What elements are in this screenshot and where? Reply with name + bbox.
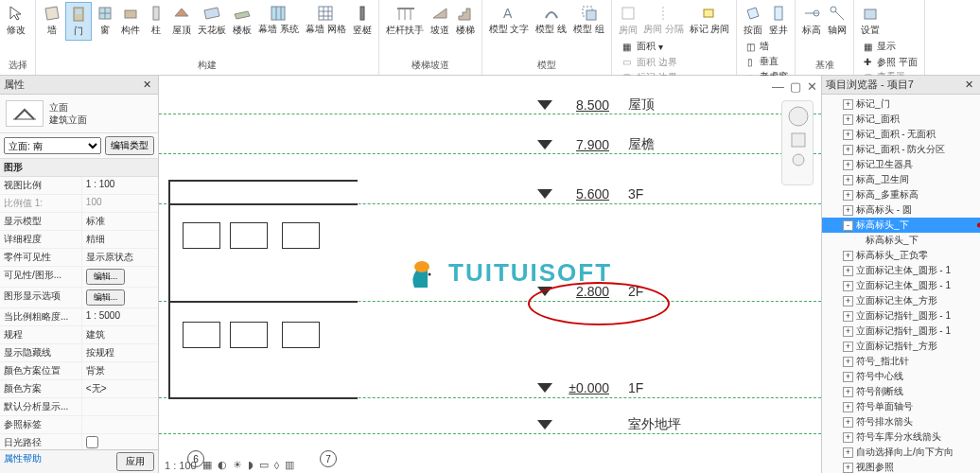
close-props-button[interactable]: ✕ <box>140 79 154 91</box>
tree-node[interactable]: +符号排水箭头 <box>822 414 980 429</box>
mullion-icon <box>353 4 372 23</box>
tree-node[interactable]: +标高_多重标高 <box>822 187 980 202</box>
crop-icon[interactable]: ▭ <box>259 459 269 471</box>
navigation-bar[interactable] <box>781 100 814 185</box>
tree-node[interactable]: -标高标头_下 <box>822 218 980 233</box>
browser-tree[interactable]: +标记_门+标记_面积+标记_面积 - 无面积+标记_面积 - 防火分区+标记卫… <box>822 95 980 473</box>
mullion-button[interactable]: 竖梃 <box>350 2 375 39</box>
text-icon: A <box>499 4 518 23</box>
edit-gdop-button[interactable]: 编辑... <box>86 289 126 306</box>
ramp-button[interactable]: 坡道 <box>428 2 452 39</box>
tree-node[interactable]: +立面标记指针_方形 <box>822 339 980 354</box>
tree-node[interactable]: +立面标记主体_圆形 - 1 <box>822 278 980 293</box>
tree-node[interactable]: +标记卫生器具 <box>822 157 980 172</box>
room-button: 房间 <box>616 2 640 39</box>
model-line-button[interactable]: 模型 线 <box>533 2 569 36</box>
restore-view-icon[interactable]: ▢ <box>790 79 801 94</box>
tree-node[interactable]: +符号单面轴号 <box>822 399 980 414</box>
curtain-sys-button[interactable]: 幕墙 系统 <box>255 2 302 36</box>
tree-node[interactable]: +标记_门 <box>822 96 980 112</box>
shaft-button[interactable]: 竖井 <box>766 2 791 39</box>
railing-button[interactable]: 栏杆扶手 <box>383 2 427 39</box>
scale-display[interactable]: 1 : 100 <box>165 460 197 471</box>
style-icon[interactable]: ◐ <box>218 459 227 471</box>
edit-visg-button[interactable]: 编辑... <box>86 269 126 285</box>
group-datum: 基准 <box>799 58 849 73</box>
sun-icon[interactable]: ☀ <box>233 459 242 471</box>
props-help[interactable]: 属性帮助 <box>4 452 42 471</box>
reveal-icon[interactable]: ▥ <box>285 459 294 471</box>
group-circ: 楼梯坡道 <box>383 58 478 73</box>
floor-icon <box>233 4 252 23</box>
ceiling-icon <box>202 4 221 23</box>
grid-bubble[interactable]: 7 <box>320 450 337 467</box>
tree-node[interactable]: +符号车库分水线箭头 <box>822 429 980 445</box>
set-wp-button[interactable]: 设置 <box>858 2 883 39</box>
ramp-icon <box>430 4 449 23</box>
modify-button[interactable]: 修改 <box>4 2 28 39</box>
level-marker[interactable]: 室外地坪 <box>537 416 681 433</box>
tree-node[interactable]: 标高标头_下 <box>822 233 980 248</box>
tree-node[interactable]: +立面标记主体_方形 <box>822 293 980 308</box>
level-marker[interactable]: 7.900屋檐 <box>537 136 655 153</box>
tree-node[interactable]: +视图参照 <box>822 460 980 473</box>
column-button[interactable]: 柱 <box>144 2 168 39</box>
apply-button[interactable]: 应用 <box>116 452 154 471</box>
roof-button[interactable]: 屋顶 <box>169 2 194 39</box>
close-view-icon[interactable]: ✕ <box>807 79 817 94</box>
shadow-icon[interactable]: ◗ <box>248 459 254 471</box>
hide-icon[interactable]: ◊ <box>274 460 279 471</box>
curtain-grid-button[interactable]: 幕墙 网格 <box>303 2 349 36</box>
window-icon <box>96 4 114 23</box>
level-marker[interactable]: ±0.0001F <box>537 380 643 395</box>
detail-icon[interactable]: ▦ <box>202 459 212 471</box>
edit-type-button[interactable]: 编辑类型 <box>105 136 154 155</box>
show-wp-button[interactable]: ▦显示 <box>858 39 920 54</box>
wall-button[interactable]: 墙 <box>40 2 64 39</box>
tree-node[interactable]: +立面标记指针_圆形 - 1 <box>822 324 980 339</box>
sunpath-check[interactable] <box>86 436 98 448</box>
tree-node[interactable]: +自动选择向上/向下方向 <box>822 445 980 460</box>
tree-node[interactable]: +标记_面积 - 防火分区 <box>822 142 980 157</box>
tree-node[interactable]: +标高_卫生间 <box>822 172 980 187</box>
ceiling-button[interactable]: 天花板 <box>195 2 229 39</box>
tree-node[interactable]: +标高标头_正负零 <box>822 248 980 263</box>
tree-node[interactable]: +符号剖断线 <box>822 384 980 399</box>
view-select[interactable]: 立面: 南 <box>4 137 101 154</box>
level-marker[interactable]: 8.500屋顶 <box>537 96 655 114</box>
area-button[interactable]: ▦面积 ▾ <box>618 39 733 54</box>
vert-open-button[interactable]: ▯垂直 <box>741 54 791 69</box>
grid-button[interactable]: 轴网 <box>825 2 849 39</box>
roof-icon <box>172 4 191 23</box>
wall-open-button[interactable]: ◫墙 <box>741 39 791 54</box>
column-icon <box>147 4 166 23</box>
minimize-view-icon[interactable]: — <box>772 79 784 94</box>
property-grid[interactable]: 图形 视图比例1 : 100 比例值 1:100 显示模型标准 详细程度精细 零… <box>0 159 158 449</box>
stair-button[interactable]: 楼梯 <box>453 2 478 39</box>
level-button[interactable]: 标高 <box>799 2 824 39</box>
tree-node[interactable]: +立面标记主体_圆形 - 1 <box>822 263 980 278</box>
tree-node[interactable]: +标高标头 - 圆 <box>822 202 980 218</box>
group-model: 模型 <box>486 58 607 73</box>
tree-node[interactable]: +立面标记指针_圆形 - 1 <box>822 308 980 324</box>
level-marker[interactable]: 5.6003F <box>537 186 643 201</box>
drawing-canvas[interactable]: — ▢ ✕ 8.500屋顶7.900屋檐5.6003F2.8002F±0.000… <box>159 76 821 473</box>
model-group-button[interactable]: 模型 组 <box>570 2 607 36</box>
tree-node[interactable]: +标记_面积 - 无面积 <box>822 127 980 142</box>
view-control-bar[interactable]: 1 : 100 ▦ ◐ ☀ ◗ ▭ ◊ ▥ <box>165 459 294 471</box>
tree-node[interactable]: +标记_面积 <box>822 112 980 127</box>
byface-button[interactable]: 按面 <box>741 2 765 39</box>
model-text-button[interactable]: A模型 文字 <box>486 2 533 36</box>
svg-text:A: A <box>503 6 513 21</box>
ref-plane-button[interactable]: ✚参照 平面 <box>858 54 920 69</box>
tag-room-button[interactable]: 标记 房间 <box>687 2 733 39</box>
tree-node[interactable]: +符号_指北针 <box>822 354 980 369</box>
door-button[interactable]: 门 <box>65 2 92 41</box>
component-button[interactable]: 构件 <box>118 2 143 39</box>
floor-button[interactable]: 楼板 <box>230 2 254 39</box>
window-button[interactable]: 窗 <box>93 2 117 39</box>
tree-node[interactable]: +符号中心线 <box>822 369 980 384</box>
close-browser-button[interactable]: ✕ <box>962 79 976 91</box>
type-selector[interactable]: 立面建筑立面 <box>0 95 158 133</box>
set-icon <box>861 4 880 23</box>
